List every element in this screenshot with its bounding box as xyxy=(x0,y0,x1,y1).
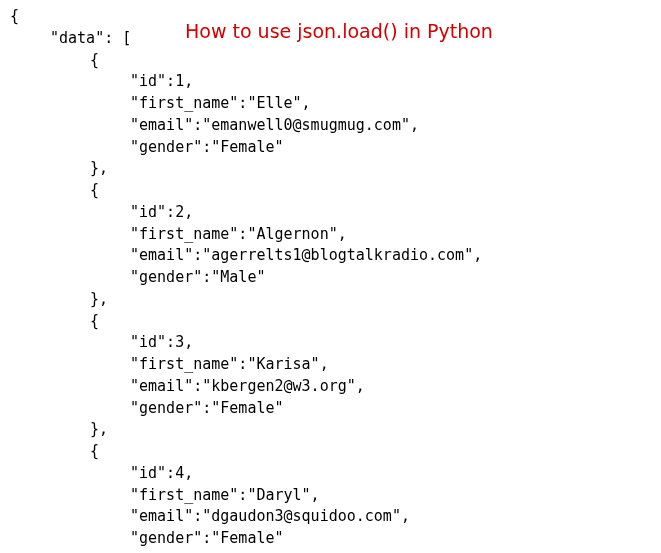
code-line: "email":"emanwell0@smugmug.com", xyxy=(10,116,419,134)
code-line: "first_name":"Elle", xyxy=(10,94,311,112)
code-line: "id":2, xyxy=(10,203,193,221)
code-line: "gender":"Male" xyxy=(10,268,265,286)
record-close: }, xyxy=(10,420,108,438)
record-close: }, xyxy=(10,159,108,177)
record-close: }, xyxy=(10,290,108,308)
code-block: { "data": [ { "id":1, "first_name":"Elle… xyxy=(10,6,651,553)
record-open: { xyxy=(10,51,99,69)
code-line: "gender":"Female" xyxy=(10,399,284,417)
code-line: "first_name":"Algernon", xyxy=(10,225,347,243)
code-line: "email":"kbergen2@w3.org", xyxy=(10,377,365,395)
record-open: { xyxy=(10,442,99,460)
code-line: "first_name":"Daryl", xyxy=(10,486,320,504)
code-line: "first_name":"Karisa", xyxy=(10,355,329,373)
code-line: "id":4, xyxy=(10,464,193,482)
brace-open: { xyxy=(10,7,19,25)
page-title: How to use json.load() in Python xyxy=(185,18,493,46)
code-line: "email":"agerrelts1@blogtalkradio.com", xyxy=(10,246,482,264)
code-line: "gender":"Female" xyxy=(10,529,284,547)
data-key-line: "data": [ xyxy=(10,29,131,47)
code-line: "gender":"Female" xyxy=(10,138,284,156)
record-open: { xyxy=(10,312,99,330)
code-line: "email":"dgaudon3@squidoo.com", xyxy=(10,507,410,525)
code-line: "id":1, xyxy=(10,72,193,90)
record-open: { xyxy=(10,181,99,199)
code-line: "id":3, xyxy=(10,333,193,351)
